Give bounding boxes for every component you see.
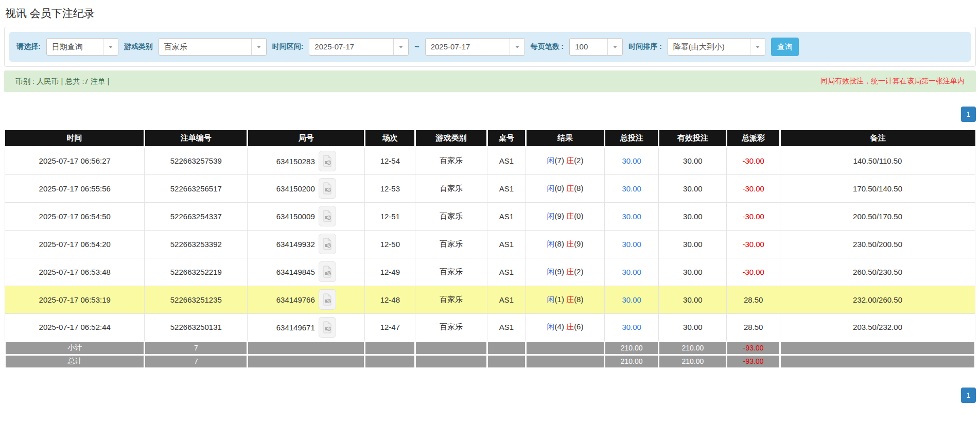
total-bet-link[interactable]: 30.00 [622,212,641,221]
round-number: 634150200 [276,184,315,193]
cell-session: 12-54 [365,147,415,174]
game-type-select[interactable]: 百家乐 [159,38,267,56]
cell-session: 12-50 [365,230,415,258]
result-player-label: 闲 [547,295,555,304]
video-replay-button[interactable] [319,178,336,199]
cell-note: 232.00/260.50 [780,286,975,313]
cell-round: 634149845 [248,258,365,286]
cell-result: 闲(9) 庄(2) [526,258,605,286]
column-header: 游戏类别 [415,130,487,147]
cell-round: 634150200 [248,174,365,202]
result-banker-score: (2) [574,267,583,276]
table-body: 2025-07-17 06:56:27 522663257539 6341502… [5,147,975,341]
cell-session: 12-53 [365,174,415,202]
round-number: 634150283 [276,156,315,165]
page-1-button[interactable]: 1 [961,107,976,122]
page-1-button[interactable]: 1 [961,388,976,403]
total-bet-link[interactable]: 30.00 [622,268,641,276]
result-banker-score: (0) [574,212,583,220]
total-bet-link[interactable]: 30.00 [622,240,641,249]
query-type-label: 请选择: [16,42,41,51]
video-replay-button[interactable] [319,317,336,338]
cell-round: 634149932 [248,230,365,258]
subtotal-total-bet: 210.00 [604,341,659,355]
chevron-down-icon [251,39,266,55]
date-from-input[interactable]: 2025-07-17 [309,38,409,56]
sort-select[interactable]: 降幂(由大到小) [668,38,765,56]
result-banker-score: (8) [574,295,583,304]
cell-time: 2025-07-17 06:53:19 [5,286,145,313]
chevron-down-icon [510,39,524,55]
page-size-value: 100 [570,39,607,55]
cell-round: 634149671 [248,313,365,341]
result-banker-score: (8) [574,184,583,192]
video-replay-button[interactable] [319,261,336,282]
video-replay-button[interactable] [319,234,336,254]
cell-note: 170.50/140.50 [780,174,975,202]
cell-table-number: AS1 [487,230,526,258]
cell-time: 2025-07-17 06:54:50 [5,202,145,230]
table-row: 2025-07-17 06:53:48 522663252219 6341498… [5,258,975,286]
time-range-label: 时间区间: [272,42,304,51]
cell-session: 12-49 [365,258,415,286]
cell-result: 闲(4) 庄(6) [526,313,605,341]
cell-total-bet: 30.00 [604,147,659,174]
cell-game-type: 百家乐 [415,230,487,258]
result-banker-score: (6) [574,322,583,331]
cell-session: 12-47 [365,313,415,341]
result-player-score: (4) [555,322,564,331]
result-player-score: (9) [555,267,564,276]
column-header: 总投注 [604,130,659,147]
game-type-label: 游戏类别 [124,42,153,51]
cell-payout: 28.50 [727,313,780,341]
video-replay-button[interactable] [319,289,336,310]
column-header: 备注 [780,130,975,147]
search-button[interactable]: 查询 [771,38,799,56]
date-to-input[interactable]: 2025-07-17 [425,38,525,56]
subtotal-label: 小计 [5,341,145,355]
total-bet-link[interactable]: 30.00 [622,323,641,331]
query-type-select[interactable]: 日期查询 [46,38,118,56]
cell-payout: -30.00 [727,230,780,258]
video-file-icon [322,321,332,333]
chevron-down-icon [607,39,622,55]
total-bet-link[interactable]: 30.00 [622,295,641,304]
table-row: 2025-07-17 06:56:27 522663257539 6341502… [5,147,975,174]
cell-round: 634150283 [248,147,365,174]
result-player-label: 闲 [547,239,555,248]
cell-bet-id: 522663254337 [145,202,248,230]
cell-session: 12-48 [365,286,415,313]
date-from-value: 2025-07-17 [309,39,393,55]
result-banker-label: 庄 [566,295,574,304]
result-player-score: (1) [555,295,564,304]
result-player-label: 闲 [547,322,555,331]
column-header: 注单编号 [145,130,248,147]
result-player-label: 闲 [547,184,555,192]
cell-time: 2025-07-17 06:52:44 [5,313,145,341]
cell-game-type: 百家乐 [415,286,487,313]
query-type-value: 日期查询 [47,39,103,55]
cell-note: 260.50/230.50 [780,258,975,286]
total-row: 总计 7 210.00 210.00 -93.00 [5,355,975,368]
result-banker-label: 庄 [566,212,574,220]
cell-result: 闲(1) 庄(8) [526,286,605,313]
cell-valid-bet: 30.00 [659,313,727,341]
cell-valid-bet: 30.00 [659,258,727,286]
total-bet-link[interactable]: 30.00 [622,156,641,165]
cell-game-type: 百家乐 [415,202,487,230]
cell-bet-id: 522663252219 [145,258,248,286]
cell-bet-id: 522663250131 [145,313,248,341]
chevron-down-icon [103,39,118,55]
cell-total-bet: 30.00 [604,230,659,258]
cell-bet-id: 522663251235 [145,286,248,313]
total-bet-link[interactable]: 30.00 [622,184,641,193]
cell-total-bet: 30.00 [604,174,659,202]
cell-note: 140.50/110.50 [780,147,975,174]
result-player-score: (9) [555,212,564,220]
notice-text: 同局有效投注，统一计算在该局第一张注单内 [820,77,965,86]
page-size-select[interactable]: 100 [569,38,623,56]
cell-game-type: 百家乐 [415,258,487,286]
cell-valid-bet: 30.00 [659,230,727,258]
video-replay-button[interactable] [319,206,336,226]
video-replay-button[interactable] [319,151,336,171]
